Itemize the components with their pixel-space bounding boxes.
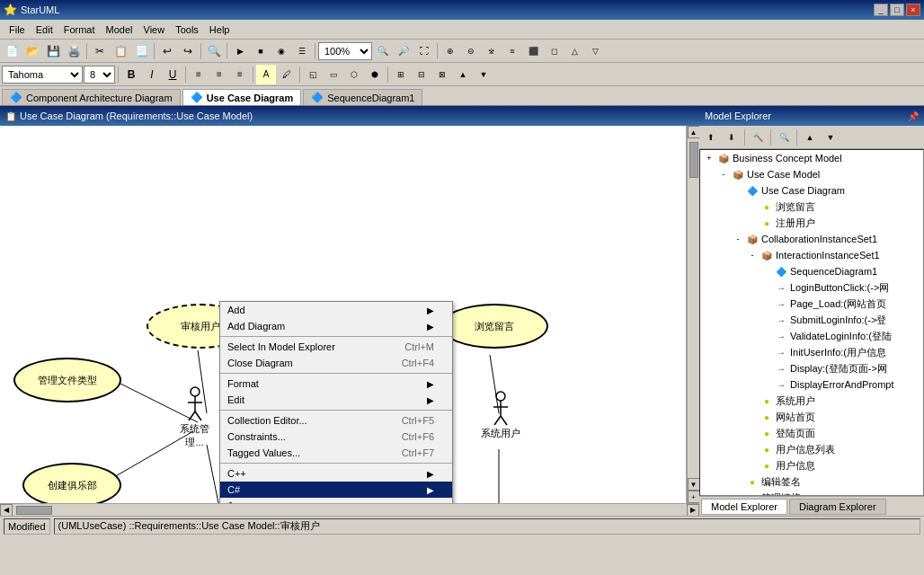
- tree-user-info[interactable]: ● 用户信息: [700, 457, 923, 473]
- model-tb-3[interactable]: 🔨: [748, 128, 768, 147]
- tb-extra-1[interactable]: ⊕: [440, 41, 460, 61]
- actor-系统管理[interactable]: 系统管 理...: [180, 386, 209, 449]
- undo-button[interactable]: ↩: [157, 41, 177, 61]
- bottom-tab-diagram-explorer[interactable]: Diagram Explorer: [789, 499, 886, 515]
- italic-button[interactable]: I: [142, 65, 162, 84]
- cm-edit[interactable]: Edit ▶: [220, 392, 452, 408]
- expand-vl[interactable]: [760, 329, 774, 343]
- format-extra-6[interactable]: ⊟: [412, 65, 431, 84]
- expand-cs[interactable]: -: [731, 232, 745, 246]
- expand-es[interactable]: [731, 474, 745, 489]
- model-tree[interactable]: + 📦 Business Concept Model - 📦 Use Case …: [699, 149, 924, 496]
- expand-ucd[interactable]: [731, 183, 745, 198]
- cm-constraints[interactable]: Constraints... Ctrl+F6: [220, 429, 452, 445]
- tree-system-user[interactable]: ● 系统用户: [700, 393, 923, 409]
- format-extra-7[interactable]: ⊠: [432, 65, 452, 84]
- expand-wh[interactable]: [745, 410, 760, 424]
- format-extra-3[interactable]: ⬡: [344, 65, 364, 84]
- menu-file[interactable]: File: [4, 22, 31, 37]
- tb-extra-5[interactable]: ⬛: [523, 41, 543, 61]
- model-tb-2[interactable]: ⬇: [722, 128, 742, 147]
- format-extra-9[interactable]: ▼: [474, 65, 493, 84]
- cm-tagged-values[interactable]: Tagged Values... Ctrl+F7: [220, 445, 452, 461]
- tb-btn-6[interactable]: ■: [251, 41, 271, 61]
- tree-display-error[interactable]: → DisplayErrorAndPrompt: [700, 376, 923, 393]
- menu-help[interactable]: Help: [204, 22, 235, 37]
- expand-ui[interactable]: [745, 458, 760, 473]
- hscroll-right[interactable]: ▶: [687, 504, 699, 517]
- win-controls[interactable]: _ □ ×: [874, 4, 920, 16]
- cm-add-diagram[interactable]: Add Diagram ▶: [220, 318, 452, 334]
- model-tb-1[interactable]: ⬆: [701, 128, 721, 147]
- use-case-创建俱乐部[interactable]: 创建俱乐部: [22, 463, 121, 503]
- hscroll-left[interactable]: ◀: [0, 504, 13, 517]
- expand-sl[interactable]: [760, 313, 774, 327]
- minimize-button[interactable]: _: [874, 4, 888, 16]
- diagram-vscroll[interactable]: ▲ ▼ +: [687, 126, 699, 503]
- find-button[interactable]: 🔍: [204, 41, 224, 61]
- maximize-button[interactable]: □: [890, 4, 904, 16]
- menu-tools[interactable]: Tools: [170, 22, 204, 37]
- color-fill[interactable]: A: [256, 65, 276, 84]
- expand-su[interactable]: [745, 394, 760, 408]
- expand-iu[interactable]: [760, 345, 774, 359]
- tree-validate-login[interactable]: → ValidateLoginInfo:(登陆: [700, 328, 923, 344]
- model-tb-4[interactable]: 🔍: [774, 128, 794, 147]
- menu-edit[interactable]: Edit: [31, 22, 58, 37]
- tb-extra-3[interactable]: ※: [482, 41, 502, 61]
- cm-format[interactable]: Format ▶: [220, 376, 452, 392]
- format-extra-8[interactable]: ▲: [453, 65, 473, 84]
- tree-use-case-diagram[interactable]: 🔷 Use Case Diagram: [700, 182, 923, 199]
- open-button[interactable]: 📂: [22, 41, 42, 61]
- font-name-select[interactable]: Tahoma: [2, 66, 83, 84]
- tree-register-user[interactable]: ● 注册用户: [700, 215, 923, 231]
- tab-use-case[interactable]: 🔷 Use Case Diagram: [182, 89, 302, 105]
- tree-seq-diagram[interactable]: 🔷 SequenceDiagram1: [700, 263, 923, 279]
- tree-interaction-set[interactable]: - 📦 InteractionInstanceSet1: [700, 247, 923, 263]
- tree-browse-comments[interactable]: ● 浏览留言: [700, 199, 923, 215]
- vscroll-down[interactable]: ▼: [688, 478, 700, 491]
- expand-ru[interactable]: [745, 216, 760, 230]
- expand-lp[interactable]: [745, 426, 760, 440]
- tb-extra-7[interactable]: △: [564, 41, 584, 61]
- zoom-out[interactable]: 🔎: [394, 41, 413, 61]
- cm-add[interactable]: Add ▶: [220, 302, 452, 318]
- format-extra-1[interactable]: ◱: [303, 65, 323, 84]
- expand-sd[interactable]: [760, 264, 774, 279]
- tree-use-case-model[interactable]: - 📦 Use Case Model: [700, 166, 923, 182]
- diagram-canvas[interactable]: 审核用户 浏览留言 管理文件类型 编辑签名 管理链接: [0, 126, 687, 503]
- tree-manage-link[interactable]: ● 管理链接: [700, 490, 923, 496]
- expand-bc[interactable]: [745, 199, 760, 214]
- menu-view[interactable]: View: [138, 22, 171, 37]
- tab-component-arch[interactable]: 🔷 Component Architecture Diagram: [2, 89, 181, 105]
- bold-button[interactable]: B: [121, 65, 141, 84]
- menu-format[interactable]: Format: [58, 22, 101, 37]
- cut-button[interactable]: ✂: [90, 41, 110, 61]
- use-case-浏览留言[interactable]: 浏览留言: [440, 304, 548, 349]
- tree-edit-sig[interactable]: ● 编辑签名: [700, 473, 923, 490]
- zoom-fit[interactable]: ⛶: [414, 41, 434, 61]
- color-line[interactable]: 🖊: [277, 65, 297, 84]
- zoom-select[interactable]: 100% 75% 150%: [318, 42, 372, 60]
- close-button[interactable]: ×: [906, 4, 920, 16]
- zoom-in[interactable]: 🔍: [373, 41, 393, 61]
- expand-lc[interactable]: [760, 280, 774, 295]
- tree-user-list[interactable]: ● 用户信息列表: [700, 441, 923, 457]
- expand-pl[interactable]: [760, 296, 774, 311]
- align-left-button[interactable]: ≡: [189, 65, 209, 84]
- underline-button[interactable]: U: [163, 65, 182, 84]
- tb-btn-5[interactable]: ▶: [230, 41, 250, 61]
- tree-website-home[interactable]: ● 网站首页: [700, 409, 923, 425]
- tab-sequence[interactable]: 🔷 SequenceDiagram1: [303, 89, 422, 105]
- expand-business[interactable]: +: [702, 151, 716, 165]
- vscroll-up[interactable]: ▲: [688, 126, 700, 138]
- expand-de[interactable]: [760, 377, 774, 392]
- format-extra-4[interactable]: ⬢: [365, 65, 385, 84]
- print-button[interactable]: 🖨️: [64, 41, 84, 61]
- use-case-管理文件类型[interactable]: 管理文件类型: [13, 358, 121, 402]
- tree-init-user[interactable]: → InitUserInfo:(用户信息: [700, 344, 923, 360]
- cm-collection-editor[interactable]: Collection Editor... Ctrl+F5: [220, 412, 452, 429]
- tb-extra-8[interactable]: ▽: [585, 41, 605, 61]
- cm-csharp[interactable]: C# ▶: [220, 482, 452, 498]
- model-tb-5[interactable]: ▲: [800, 128, 820, 147]
